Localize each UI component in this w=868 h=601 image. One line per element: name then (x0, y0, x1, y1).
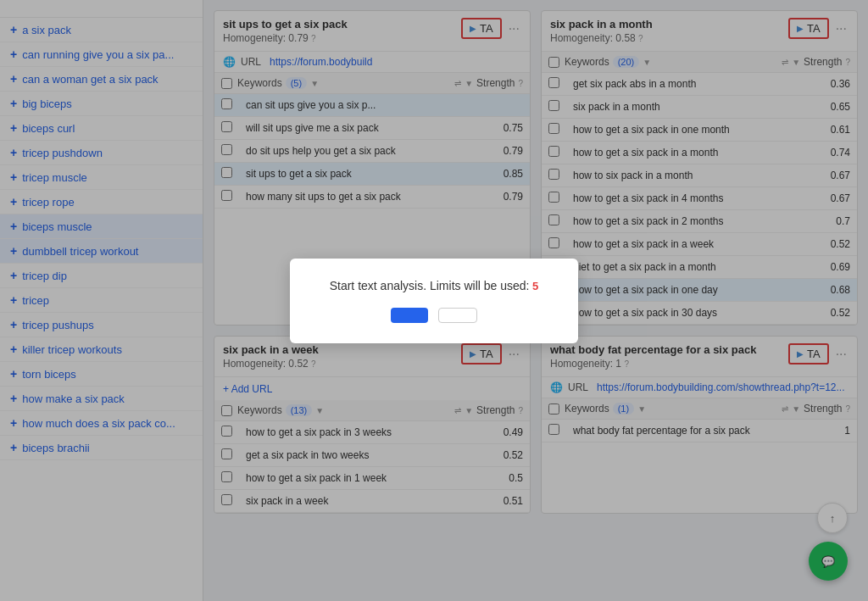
dialog: Start text analysis. Limits will be used… (290, 259, 578, 343)
start-analysis-button[interactable] (391, 308, 428, 323)
cancel-button[interactable] (438, 308, 477, 323)
dialog-limit: 5 (529, 280, 538, 292)
dialog-overlay: Start text analysis. Limits will be used… (0, 0, 868, 601)
dialog-buttons (314, 308, 554, 323)
dialog-text: Start text analysis. Limits will be used… (314, 279, 554, 292)
